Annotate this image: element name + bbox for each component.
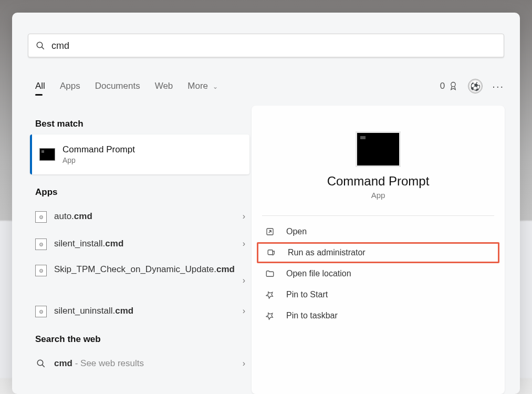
tab-documents[interactable]: Documents bbox=[95, 81, 140, 91]
chevron-right-icon: › bbox=[243, 359, 245, 368]
section-best-match: Best match bbox=[35, 119, 244, 129]
detail-title: Command Prompt bbox=[252, 174, 505, 189]
search-panel: All Apps Documents Web More ⌄ 0 ⚽ ··· Be… bbox=[12, 13, 520, 394]
detail-app-icon bbox=[357, 133, 399, 165]
tab-more[interactable]: More ⌄ bbox=[187, 81, 217, 91]
actions-list: Open Run as administrator Open file loca… bbox=[257, 221, 499, 326]
tab-more-label: More bbox=[187, 81, 208, 91]
svg-line-1 bbox=[42, 47, 44, 49]
action-open[interactable]: Open bbox=[257, 221, 499, 242]
svg-rect-6 bbox=[268, 250, 273, 255]
search-icon bbox=[36, 41, 45, 50]
action-label: Pin to taskbar bbox=[286, 311, 338, 320]
script-file-icon: ⚙ bbox=[35, 211, 47, 223]
app-result-label: Skip_TPM_Check_on_Dynamic_Update.cmd bbox=[54, 264, 243, 276]
cmd-icon bbox=[39, 148, 55, 161]
pin-icon bbox=[264, 311, 276, 320]
tab-web[interactable]: Web bbox=[155, 81, 173, 91]
action-label: Run as administrator bbox=[288, 248, 366, 257]
shield-admin-icon bbox=[266, 248, 277, 257]
script-file-icon: ⚙ bbox=[35, 306, 47, 317]
best-match-subtitle: App bbox=[62, 156, 135, 164]
action-label: Open bbox=[286, 227, 307, 236]
web-result[interactable]: cmd - See web results › bbox=[30, 350, 249, 377]
app-result-3[interactable]: ⚙ silent_uninstall.cmd › bbox=[30, 297, 249, 325]
action-run-admin[interactable]: Run as administrator bbox=[257, 242, 499, 263]
chevron-right-icon: › bbox=[243, 276, 245, 285]
best-match-card[interactable]: Command Prompt App bbox=[30, 134, 249, 174]
app-result-1[interactable]: ⚙ silent_install.cmd › bbox=[30, 230, 249, 257]
chevron-down-icon: ⌄ bbox=[213, 83, 218, 90]
search-box[interactable] bbox=[28, 34, 504, 58]
tab-all[interactable]: All bbox=[35, 81, 45, 91]
chevron-right-icon: › bbox=[243, 306, 245, 316]
tab-apps[interactable]: Apps bbox=[60, 81, 80, 91]
open-icon bbox=[264, 227, 276, 236]
pin-icon bbox=[264, 290, 276, 299]
svg-point-0 bbox=[37, 42, 43, 48]
search-icon bbox=[35, 358, 47, 369]
medal-icon bbox=[448, 81, 458, 91]
tabs-row: All Apps Documents Web More ⌄ 0 ⚽ ··· bbox=[35, 76, 504, 97]
action-open-location[interactable]: Open file location bbox=[257, 263, 499, 284]
chevron-right-icon: › bbox=[243, 212, 245, 221]
svg-point-2 bbox=[451, 82, 455, 87]
svg-point-3 bbox=[37, 360, 43, 366]
app-result-label: auto.cmd bbox=[54, 211, 243, 223]
action-pin-taskbar[interactable]: Pin to taskbar bbox=[257, 305, 499, 326]
interests-icon[interactable]: ⚽ bbox=[468, 79, 483, 94]
app-result-label: silent_install.cmd bbox=[54, 238, 243, 250]
chevron-right-icon: › bbox=[243, 239, 245, 248]
app-result-0[interactable]: ⚙ auto.cmd › bbox=[30, 203, 249, 230]
rewards-badge[interactable]: 0 bbox=[440, 81, 458, 91]
script-file-icon: ⚙ bbox=[35, 265, 47, 276]
folder-icon bbox=[264, 269, 276, 278]
detail-pane: Command Prompt App Open Run as administr… bbox=[252, 106, 505, 394]
action-label: Open file location bbox=[286, 269, 351, 278]
detail-subtitle: App bbox=[252, 191, 505, 200]
more-options-icon[interactable]: ··· bbox=[492, 80, 504, 92]
action-pin-start[interactable]: Pin to Start bbox=[257, 284, 499, 305]
app-result-2[interactable]: ⚙ Skip_TPM_Check_on_Dynamic_Update.cmd › bbox=[30, 257, 249, 297]
search-input[interactable] bbox=[51, 40, 496, 51]
web-result-label: cmd - See web results bbox=[54, 358, 243, 370]
rewards-count: 0 bbox=[440, 81, 445, 91]
section-search-web: Search the web bbox=[35, 334, 244, 345]
script-file-icon: ⚙ bbox=[35, 239, 47, 250]
section-apps: Apps bbox=[35, 187, 244, 198]
results-column: Best match Command Prompt App Apps ⚙ aut… bbox=[30, 112, 249, 377]
best-match-title: Command Prompt bbox=[62, 144, 135, 155]
svg-line-4 bbox=[43, 365, 45, 367]
app-result-label: silent_uninstall.cmd bbox=[54, 305, 243, 317]
divider bbox=[262, 215, 494, 216]
action-label: Pin to Start bbox=[286, 290, 328, 299]
